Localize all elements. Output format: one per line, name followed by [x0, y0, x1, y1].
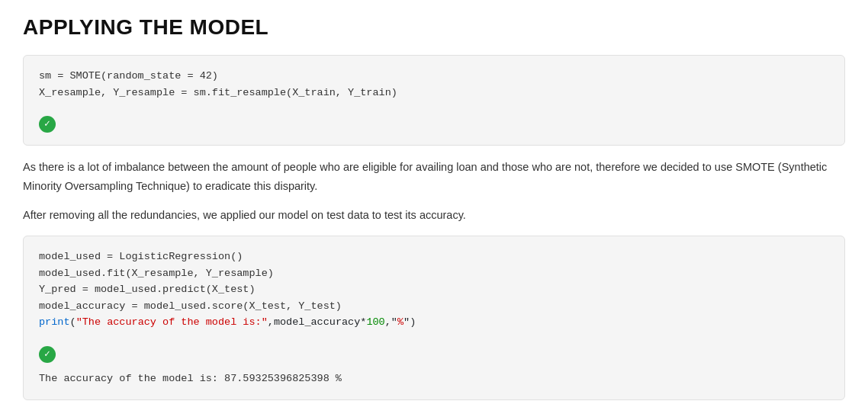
code-line-1: sm = SMOTE(random_state = 42): [39, 68, 829, 85]
check-icon-1: ✓: [39, 116, 56, 133]
code-line-2: X_resample, Y_resample = sm.fit_resample…: [39, 85, 829, 101]
code-line-5: Y_pred = model_used.predict(X_test): [39, 281, 829, 298]
paragraph-2: After removing all the redundancies, we …: [23, 206, 845, 225]
code-block-1: sm = SMOTE(random_state = 42) X_resample…: [23, 55, 845, 146]
output-text: The accuracy of the model is: 87.5932539…: [39, 369, 829, 387]
code-block-2: model_used = LogisticRegression() model_…: [23, 236, 845, 400]
page-title: APPLYING THE MODEL: [23, 15, 845, 40]
code-line-3: model_used = LogisticRegression(): [39, 249, 829, 265]
code-line-7: print("The accuracy of the model is:",mo…: [39, 314, 829, 331]
check-icon-2: ✓: [39, 346, 56, 363]
paragraph-1: As there is a lot of imbalance between t…: [23, 158, 845, 195]
code-line-6: model_accuracy = model_used.score(X_test…: [39, 298, 829, 315]
code-line-4: model_used.fit(X_resample, Y_resample): [39, 265, 829, 282]
